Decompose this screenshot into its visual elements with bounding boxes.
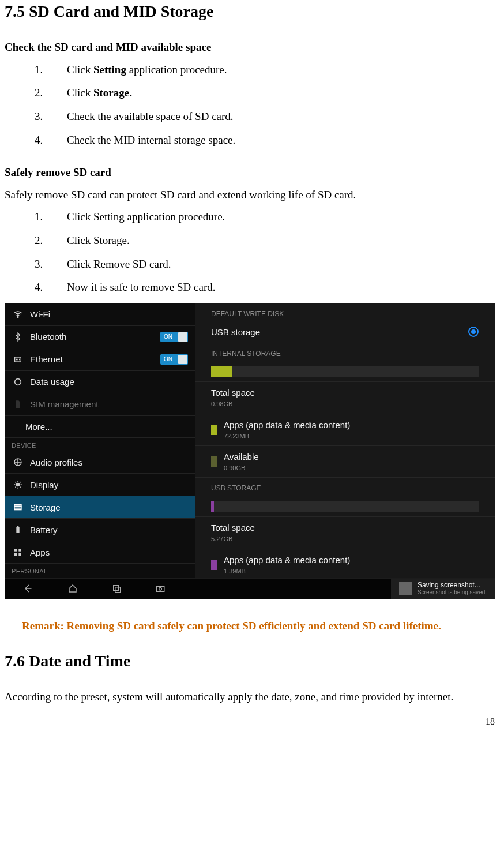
recent-apps-button[interactable] bbox=[108, 582, 125, 595]
battery-icon bbox=[12, 523, 24, 536]
sidebar-item-label: Wi-Fi bbox=[30, 308, 188, 320]
radio-selected-icon[interactable] bbox=[468, 327, 479, 337]
sidebar-item-more[interactable]: More... bbox=[5, 416, 195, 438]
list-number: 3. bbox=[5, 109, 67, 125]
svg-rect-7 bbox=[14, 508, 21, 510]
list-number: 2. bbox=[5, 233, 67, 249]
sidebar-item-label: Display bbox=[30, 479, 188, 491]
settings-main-panel: DEFAULT WRITE DISK USB storage INTERNAL … bbox=[195, 303, 495, 578]
internal-storage-header: INTERNAL STORAGE bbox=[195, 343, 495, 361]
svg-point-22 bbox=[159, 588, 162, 591]
toast-title: Saving screenshot... bbox=[418, 582, 487, 589]
usb-storage-bar[interactable] bbox=[195, 496, 495, 517]
list-text: Click Remove SD card. bbox=[67, 257, 499, 272]
internal-storage-bar[interactable] bbox=[195, 361, 495, 382]
svg-point-0 bbox=[17, 316, 18, 317]
item-value: 72.23MB bbox=[224, 432, 350, 441]
sidebar-item-storage[interactable]: Storage bbox=[5, 496, 195, 519]
svg-rect-9 bbox=[17, 526, 19, 527]
sidebar-item-label: Apps bbox=[30, 546, 188, 558]
list-item: 4. Now it is safe to remove SD card. bbox=[5, 280, 499, 295]
sidebar-item-bluetooth[interactable]: Bluetooth ON bbox=[5, 326, 195, 348]
list-number: 2. bbox=[5, 85, 67, 101]
storage-icon bbox=[12, 501, 24, 513]
section-7-5-title: 7.5 SD Card and MID Storage bbox=[5, 0, 499, 23]
usb-storage-option[interactable]: USB storage bbox=[195, 321, 495, 343]
sidebar-item-label: Audio profiles bbox=[30, 456, 188, 468]
list-text: Click Setting application procedure. bbox=[67, 209, 499, 225]
thumbnail-icon bbox=[399, 582, 412, 595]
svg-point-4 bbox=[16, 483, 20, 487]
svg-point-2 bbox=[15, 378, 21, 385]
svg-rect-6 bbox=[14, 507, 21, 508]
item-value: 5.27GB bbox=[211, 535, 479, 543]
screenshot-toast: Saving screenshot... Screenshot is being… bbox=[391, 579, 495, 599]
item-title: USB storage bbox=[211, 326, 260, 338]
svg-rect-5 bbox=[14, 504, 21, 506]
sidebar-item-display[interactable]: Display bbox=[5, 474, 195, 496]
sidebar-item-label: Data usage bbox=[30, 376, 188, 388]
home-button[interactable] bbox=[65, 582, 81, 595]
wifi-icon bbox=[12, 308, 24, 321]
usb-storage-header: USB STORAGE bbox=[195, 478, 495, 496]
sidebar-section-personal: PERSONAL bbox=[5, 564, 195, 577]
embedded-screenshot: Wi-Fi Bluetooth ON Ethernet ON Data usag… bbox=[5, 303, 495, 599]
usb-apps-row[interactable]: Apps (app data & media content) 1.39MB bbox=[195, 549, 495, 578]
color-swatch-icon bbox=[211, 425, 217, 435]
list-number: 1. bbox=[5, 62, 67, 78]
list-text: Click Storage. bbox=[67, 85, 499, 101]
system-navbar: Saving screenshot... Screenshot is being… bbox=[5, 578, 495, 599]
sidebar-item-apps[interactable]: Apps bbox=[5, 541, 195, 564]
sim-icon bbox=[12, 398, 24, 411]
sidebar-item-label: Bluetooth bbox=[30, 331, 155, 343]
sidebar-item-data-usage[interactable]: Data usage bbox=[5, 371, 195, 393]
item-title: Available bbox=[224, 451, 259, 463]
list-text: Click Setting application procedure. bbox=[67, 62, 499, 78]
bluetooth-toggle[interactable]: ON bbox=[160, 332, 188, 342]
usb-total-space[interactable]: Total space 5.27GB bbox=[195, 517, 495, 549]
list-number: 4. bbox=[5, 133, 67, 148]
ethernet-icon bbox=[12, 353, 24, 366]
item-title: Total space bbox=[211, 387, 479, 399]
sidebar-item-audio[interactable]: Audio profiles bbox=[5, 451, 195, 474]
item-title: Apps (app data & media content) bbox=[224, 554, 350, 566]
item-value: 0.90GB bbox=[224, 464, 259, 473]
sidebar-item-ethernet[interactable]: Ethernet ON bbox=[5, 348, 195, 371]
svg-rect-19 bbox=[114, 586, 119, 591]
list-item: 1. Click Setting application procedure. bbox=[5, 62, 499, 78]
internal-available-row[interactable]: Available 0.90GB bbox=[195, 446, 495, 478]
sidebar-item-label: Ethernet bbox=[30, 353, 155, 365]
internal-total-space[interactable]: Total space 0.98GB bbox=[195, 382, 495, 414]
back-button[interactable] bbox=[21, 582, 37, 595]
svg-rect-11 bbox=[18, 549, 21, 552]
ethernet-toggle[interactable]: ON bbox=[160, 354, 188, 365]
safely-remove-intro: Safely remove SD card can protect SD car… bbox=[5, 188, 499, 203]
color-swatch-icon bbox=[211, 560, 217, 570]
sidebar-item-label: SIM management bbox=[30, 398, 188, 410]
color-swatch-icon bbox=[211, 456, 217, 467]
svg-rect-21 bbox=[156, 586, 164, 591]
apps-icon bbox=[12, 546, 24, 558]
storage-bar bbox=[211, 366, 479, 377]
list-item: 3. Check the available space of SD card. bbox=[5, 109, 499, 125]
sidebar-item-sim: SIM management bbox=[5, 393, 195, 416]
sidebar-item-battery[interactable]: Battery bbox=[5, 519, 195, 541]
sidebar-item-label: Storage bbox=[30, 501, 188, 513]
sidebar-section-device: DEVICE bbox=[5, 438, 195, 451]
internal-apps-row[interactable]: Apps (app data & media content) 72.23MB bbox=[195, 414, 495, 446]
svg-rect-8 bbox=[16, 527, 19, 533]
item-value: 1.39MB bbox=[224, 567, 350, 576]
svg-rect-12 bbox=[14, 553, 17, 556]
sidebar-item-label: Battery bbox=[30, 524, 188, 536]
svg-rect-10 bbox=[14, 549, 17, 552]
list-text: Check the MID internal storage space. bbox=[67, 133, 499, 148]
remark-text: Remark: Removing SD card safely can prot… bbox=[22, 616, 499, 636]
list-item: 4. Check the MID internal storage space. bbox=[5, 133, 499, 148]
sidebar-item-label: More... bbox=[25, 421, 188, 433]
list-number: 3. bbox=[5, 257, 67, 272]
sidebar-item-wifi[interactable]: Wi-Fi bbox=[5, 303, 195, 326]
screenshot-button[interactable] bbox=[152, 582, 168, 595]
list-number: 4. bbox=[5, 280, 67, 295]
list-number: 1. bbox=[5, 209, 67, 225]
section-7-6-title: 7.6 Date and Time bbox=[5, 650, 499, 672]
